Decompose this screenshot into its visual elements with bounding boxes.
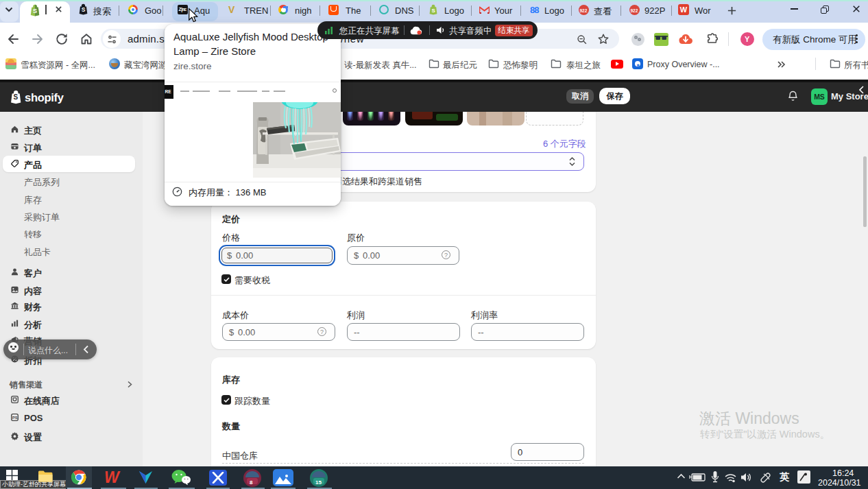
svg-text:S: S [14,93,19,101]
svg-text:shopify: shopify [25,91,64,104]
